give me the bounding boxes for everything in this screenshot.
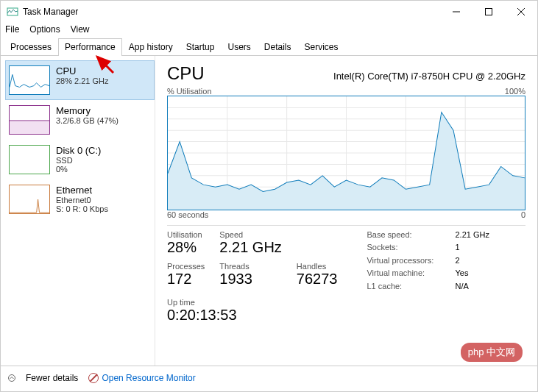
chart-label-top-right: 100% [505, 87, 525, 96]
speed-label: Speed [219, 230, 281, 239]
sidebar-item-memory[interactable]: Memory3.2/6.8 GB (47%) [5, 100, 155, 140]
menu-file[interactable]: File [5, 24, 19, 35]
svg-rect-6 [10, 121, 49, 134]
page-title: CPU [167, 63, 205, 84]
menubar: File Options View [1, 23, 537, 38]
minimize-button[interactable] [440, 1, 472, 23]
tab-performance[interactable]: Performance [58, 38, 122, 56]
svg-point-22 [9, 374, 15, 381]
threads-value: 1933 [219, 271, 281, 288]
menu-view[interactable]: View [71, 24, 90, 35]
sidebar-disk-label: Disk 0 (C:) [56, 145, 101, 156]
virtual-processors-value: 2 [455, 256, 489, 266]
watermark: php 中文网 [461, 343, 523, 362]
tab-startup[interactable]: Startup [180, 38, 222, 56]
util-label: Utilisation [167, 230, 205, 239]
speed-value: 2.21 GHz [219, 239, 281, 256]
uptime-label: Up time [167, 298, 525, 307]
processes-value: 172 [167, 271, 205, 288]
sidebar-memory-sub: 3.2/6.8 GB (47%) [56, 116, 118, 125]
sockets-label: Sockets: [367, 243, 455, 253]
handles-label: Handles [297, 262, 338, 271]
chart-label-bottom-right: 0 [521, 210, 525, 219]
virtual-processors-label: Virtual processors: [367, 256, 455, 266]
window-controls [440, 1, 537, 23]
l1-cache-label: L1 cache: [367, 282, 455, 292]
virtual-machine-label: Virtual machine: [367, 268, 455, 279]
sidebar-ethernet-label: Ethernet [56, 185, 108, 196]
sidebar-ethernet-sub: Ethernet0 S: 0 R: 0 Kbps [56, 196, 108, 213]
l1-cache-value: N/A [455, 282, 489, 292]
tab-processes[interactable]: Processes [4, 38, 58, 56]
chart-label-bottom-left: 60 seconds [167, 210, 208, 219]
handles-value: 76273 [297, 271, 338, 288]
processes-label: Processes [167, 262, 205, 271]
fewer-details-link[interactable]: Fewer details [26, 373, 78, 383]
tab-services[interactable]: Services [298, 38, 345, 56]
sidebar-item-ethernet[interactable]: EthernetEthernet0 S: 0 R: 0 Kbps [5, 179, 155, 219]
resource-monitor-icon [88, 373, 99, 383]
cpu-model: Intel(R) Core(TM) i7-8750H CPU @ 2.20GHz [333, 71, 525, 82]
tab-strip: Processes Performance App history Startu… [1, 38, 537, 56]
cpu-utilisation-chart [167, 96, 525, 210]
chevron-up-icon[interactable] [8, 374, 15, 382]
base-speed-value: 2.21 GHz [455, 230, 489, 240]
virtual-machine-value: Yes [455, 268, 489, 279]
sidebar-memory-label: Memory [56, 105, 118, 116]
tab-app-history[interactable]: App history [122, 38, 180, 56]
sidebar: CPU28% 2.21 GHz Memory3.2/6.8 GB (47%) D… [1, 56, 155, 366]
titlebar: Task Manager [1, 1, 537, 23]
uptime-value: 0:20:13:53 [167, 307, 525, 324]
base-speed-label: Base speed: [367, 230, 455, 240]
maximize-button[interactable] [472, 1, 505, 23]
sidebar-item-cpu[interactable]: CPU28% 2.21 GHz [5, 60, 155, 100]
chart-label-top-left: % Utilisation [167, 87, 212, 96]
footer: Fewer details Open Resource Monitor [1, 366, 537, 389]
sockets-value: 1 [455, 243, 489, 253]
sidebar-cpu-label: CPU [56, 65, 109, 76]
menu-options[interactable]: Options [29, 24, 60, 35]
window-title: Task Manager [23, 7, 440, 17]
sidebar-item-disk[interactable]: Disk 0 (C:)SSD 0% [5, 140, 155, 179]
sidebar-disk-sub: SSD 0% [56, 156, 101, 174]
tab-details[interactable]: Details [258, 38, 298, 56]
threads-label: Threads [219, 262, 281, 271]
app-icon [7, 6, 18, 18]
sidebar-cpu-sub: 28% 2.21 GHz [56, 76, 109, 85]
content-panel: CPU Intel(R) Core(TM) i7-8750H CPU @ 2.2… [155, 56, 537, 366]
tab-users[interactable]: Users [221, 38, 257, 56]
open-resource-monitor-link[interactable]: Open Resource Monitor [88, 373, 195, 383]
util-value: 28% [167, 239, 205, 256]
svg-rect-2 [486, 9, 492, 15]
close-button[interactable] [505, 1, 537, 23]
